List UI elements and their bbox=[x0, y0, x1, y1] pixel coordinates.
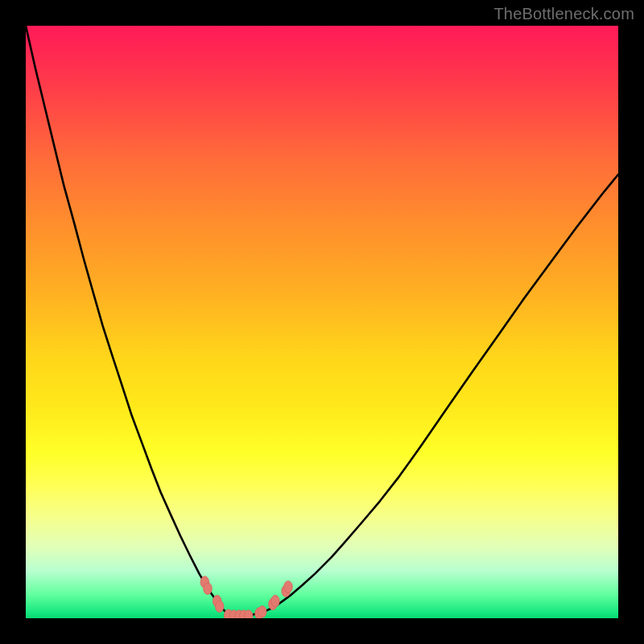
valley-markers bbox=[200, 576, 292, 618]
bottleneck-curve bbox=[26, 26, 618, 616]
bead-marker bbox=[284, 581, 292, 592]
bead-marker bbox=[271, 596, 279, 607]
bead-marker bbox=[245, 610, 253, 618]
bead-marker bbox=[204, 583, 212, 594]
bead-marker bbox=[258, 606, 266, 617]
watermark-text: TheBottleneck.com bbox=[493, 5, 634, 23]
curve-svg bbox=[26, 26, 618, 618]
bead-marker bbox=[216, 601, 224, 612]
plot-area bbox=[26, 26, 618, 618]
chart-frame: TheBottleneck.com bbox=[0, 0, 644, 644]
